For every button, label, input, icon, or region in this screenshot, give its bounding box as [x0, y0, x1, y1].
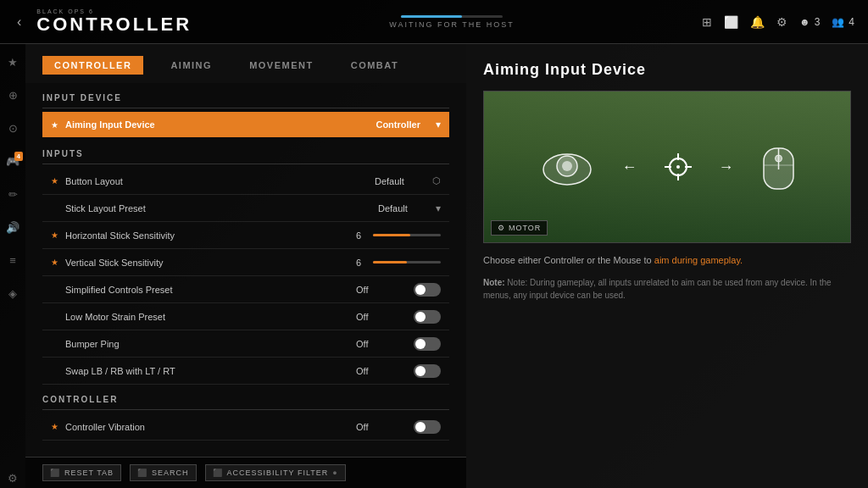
sidebar-icon-edit[interactable]: ✏ — [5, 185, 21, 204]
button-layout-external[interactable]: ⬡ — [432, 175, 441, 186]
waiting-text: WAITING FOR THE HOST — [389, 20, 515, 29]
thumbstick-icon — [537, 144, 597, 191]
players-icon[interactable]: ⬜ — [724, 15, 738, 29]
motor-text: MOTOR — [509, 224, 541, 232]
sidebar-icon-list[interactable]: ≡ — [6, 251, 19, 270]
swap-buttons-row[interactable]: ★ Swap LB / RB with LT / RT Off — [42, 358, 449, 385]
main-content: CONTROLLER AIMING MOVEMENT COMBAT INPUT … — [25, 44, 868, 488]
sidebar-icon-accessibility[interactable]: ◈ — [5, 284, 20, 303]
preview-content: ← → — [537, 140, 798, 195]
svg-point-2 — [562, 161, 572, 171]
sidebar-icon-circle[interactable]: ⊙ — [5, 119, 21, 138]
bumper-ping-label: Bumper Ping — [65, 339, 356, 349]
settings-area: INPUT DEVICE ★ Aiming Input Device Contr… — [25, 83, 466, 457]
player-badge-2: 👥 4 — [832, 16, 854, 28]
star-vert: ★ — [51, 258, 58, 267]
sidebar-icon-gear[interactable]: ⚙ — [4, 469, 21, 488]
accessibility-label: ACCESSIBILITY FILTER — [227, 469, 329, 477]
grid-icon[interactable]: ⊞ — [702, 15, 712, 29]
motor-badge: ⚙ MOTOR — [491, 220, 548, 236]
preview-image: ← → — [483, 91, 851, 243]
swap-buttons-value: Off — [356, 366, 407, 376]
button-layout-row[interactable]: ★ Button Layout Default ⬡ — [42, 168, 449, 195]
stick-layout-label: Stick Layout Preset — [65, 203, 378, 214]
vert-sensitivity-value: 6 — [356, 258, 368, 268]
crosshair-icon — [663, 152, 693, 182]
vert-sensitivity-label: Vertical Stick Sensitivity — [65, 258, 356, 268]
left-arrow-icon: ← — [622, 158, 637, 176]
section-inputs: INPUTS — [42, 139, 449, 164]
waiting-bar: WAITING FOR THE HOST — [389, 15, 515, 29]
controller-vibration-toggle[interactable] — [414, 420, 441, 434]
tab-combat[interactable]: COMBAT — [341, 56, 409, 75]
aiming-device-value: Controller — [243, 119, 430, 130]
top-bar: ‹ BLACK OPS 6 CONTROLLER WAITING FOR THE… — [0, 0, 868, 44]
reset-tab-button[interactable]: ⬛ RESET TAB — [42, 464, 121, 481]
right-note: Note: Note: During gameplay, all inputs … — [483, 276, 851, 302]
player-icon-2: 👥 — [832, 16, 844, 28]
swap-buttons-label: Swap LB / RB with LT / RT — [65, 366, 356, 376]
left-sidebar: ★ ⊕ ⊙ 🎮 4 ✏ 🔊 ≡ ◈ ⚙ — [0, 44, 25, 488]
back-button[interactable]: ‹ — [10, 11, 28, 33]
star-stick-layout: ★ — [51, 203, 58, 213]
section-controller: CONTROLLER — [42, 385, 449, 410]
star-motor: ★ — [51, 312, 58, 321]
top-bar-right: ⊞ ⬜ 🔔 ⚙ ☻ 3 👥 4 — [702, 15, 868, 29]
simplified-controls-row[interactable]: ★ Simplified Controls Preset Off — [42, 276, 449, 303]
stick-layout-row[interactable]: ★ Stick Layout Preset Default ▾ — [42, 195, 449, 222]
settings-icon[interactable]: ⚙ — [776, 15, 787, 29]
horiz-sensitivity-label: Horizontal Stick Sensitivity — [65, 230, 356, 241]
top-bar-left: ‹ BLACK OPS 6 CONTROLLER — [0, 8, 202, 35]
button-layout-label: Button Layout — [65, 176, 375, 186]
bumper-ping-row[interactable]: ★ Bumper Ping Off — [42, 330, 449, 358]
waiting-progress-fill — [401, 15, 462, 18]
bumper-ping-toggle[interactable] — [414, 337, 441, 351]
aiming-device-dropdown[interactable]: ▾ — [436, 119, 441, 130]
svg-point-12 — [775, 155, 782, 162]
player-icon-1: ☻ — [799, 16, 810, 28]
waiting-progress-bar — [401, 15, 503, 18]
low-motor-toggle[interactable] — [414, 310, 441, 324]
reset-icon: ⬛ — [50, 469, 60, 477]
bumper-ping-knob — [415, 339, 426, 349]
horiz-slider-container: 6 — [356, 230, 441, 241]
vert-slider-track[interactable] — [373, 261, 441, 263]
star-horiz: ★ — [51, 230, 58, 240]
bell-icon[interactable]: 🔔 — [750, 15, 765, 29]
horiz-sensitivity-value: 6 — [356, 230, 368, 241]
aiming-input-device-row[interactable]: ★ Aiming Input Device Controller ▾ — [42, 112, 449, 137]
horiz-sensitivity-row[interactable]: ★ Horizontal Stick Sensitivity 6 — [42, 222, 449, 249]
accessibility-filter-button[interactable]: ⬛ ACCESSIBILITY FILTER ● — [205, 464, 346, 481]
simplified-controls-toggle[interactable] — [414, 283, 441, 297]
star-icon-aiming: ★ — [51, 120, 58, 130]
controller-vibration-row[interactable]: ★ Controller Vibration Off — [42, 413, 449, 441]
motor-icon: ⚙ — [498, 224, 505, 232]
sidebar-icon-star[interactable]: ★ — [4, 53, 21, 72]
sidebar-icon-controller-wrapper: 🎮 4 — [3, 152, 23, 171]
section-input-device: INPUT DEVICE — [42, 83, 449, 108]
player-count-2: 4 — [849, 16, 854, 28]
swap-buttons-toggle[interactable] — [414, 364, 441, 378]
horiz-slider-track[interactable] — [373, 234, 441, 236]
reset-tab-label: RESET TAB — [64, 469, 114, 477]
simplified-controls-knob — [415, 285, 426, 295]
tab-controller[interactable]: CONTROLLER — [42, 56, 143, 75]
stick-layout-dropdown[interactable]: ▾ — [436, 202, 441, 214]
simplified-controls-label: Simplified Controls Preset — [65, 285, 356, 295]
aim-highlight: aim during gameplay. — [654, 255, 743, 265]
low-motor-row[interactable]: ★ Low Motor Strain Preset Off — [42, 303, 449, 330]
star-simplified: ★ — [51, 285, 58, 294]
star-bumper: ★ — [51, 339, 58, 348]
controller-vibration-label: Controller Vibration — [65, 422, 356, 432]
low-motor-knob — [415, 312, 426, 322]
tab-movement[interactable]: MOVEMENT — [239, 56, 324, 75]
sidebar-icon-add[interactable]: ⊕ — [5, 86, 21, 105]
tab-aiming[interactable]: AIMING — [160, 56, 222, 75]
accessibility-icon: ⬛ — [213, 469, 223, 477]
sidebar-icon-audio[interactable]: 🔊 — [3, 218, 23, 237]
search-button[interactable]: ⬛ SEARCH — [130, 464, 197, 481]
vert-sensitivity-row[interactable]: ★ Vertical Stick Sensitivity 6 — [42, 249, 449, 276]
button-layout-value: Default — [375, 176, 426, 186]
horiz-slider-fill — [373, 234, 410, 236]
star-vibration: ★ — [51, 422, 58, 431]
